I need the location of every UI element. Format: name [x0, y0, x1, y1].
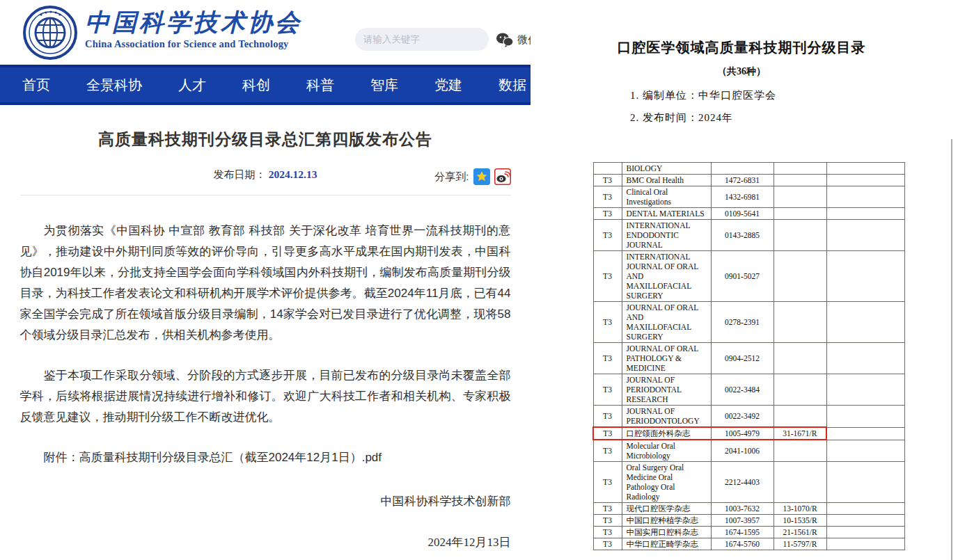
body-paragraph: 为贯彻落实《中国科协 中宣部 教育部 科技部 关于深化改革 培育世界一流科技期刊…: [20, 221, 511, 346]
search-input[interactable]: [363, 34, 487, 45]
journal-name-cell: JOURNAL OF PERIODONTOLOGY: [622, 406, 711, 428]
journal-catalog-document: 口腔医学领域高质量科技期刊分级目录 （共36种） 1. 编制单位：中华口腔医学会…: [571, 38, 912, 134]
nav-item-3[interactable]: 人才: [178, 76, 206, 95]
cn-number-cell: 21-1561/R: [774, 527, 826, 538]
grade-cell: T3: [593, 374, 622, 406]
grade-cell: T3: [593, 251, 622, 302]
extra-cell: [826, 374, 904, 406]
issn-cell: 1674-5760: [711, 538, 774, 550]
brand-title-cn: 中国科学技术协会: [85, 8, 302, 36]
article-body: 为贯彻落实《中国科协 中宣部 教育部 科技部 关于深化改革 培育世界一流科技期刊…: [20, 221, 511, 428]
table-row: T3INTERNATIONAL JOURNAL OF ORAL AND MAXI…: [593, 251, 904, 302]
table-row: T3中国实用口腔科杂志1674-159521-1561/R: [593, 527, 904, 538]
issn-cell: 0278-2391: [711, 302, 774, 343]
extra-cell: [826, 440, 904, 462]
grade-cell: T3: [593, 186, 622, 208]
issn-cell: 0022-3492: [711, 406, 774, 428]
table-row: T3现代口腔医学杂志1003-763213-1070/R: [593, 503, 904, 515]
extra-cell: [826, 515, 904, 527]
extra-cell: [826, 343, 904, 374]
nav-item-2[interactable]: 全景科协: [86, 76, 142, 95]
doc-meta-item: 2. 发布时间：2024年: [630, 111, 912, 125]
journal-name-cell: BIOLOGY: [622, 163, 711, 175]
cn-number-cell: [774, 462, 826, 503]
grade-cell: T3: [593, 220, 622, 251]
journal-grade-table: BIOLOGYT3BMC Oral Health1472-6831T3Clini…: [592, 162, 905, 550]
nav-item-5[interactable]: 科普: [306, 76, 334, 95]
table-row: BIOLOGY: [593, 163, 904, 175]
nav-item-1[interactable]: 首页: [22, 76, 50, 95]
brand-subtitle-en: China Association for Science and Techno…: [85, 38, 302, 50]
issn-cell: 1003-7632: [711, 503, 774, 515]
article-meta-row: 发布日期： 2024.12.13 分享到:: [20, 168, 511, 188]
table-row: T3JOURNAL OF ORAL AND MAXILLOFACIAL SURG…: [593, 302, 904, 343]
journal-name-cell: JOURNAL OF ORAL AND MAXILLOFACIAL SURGER…: [622, 302, 711, 343]
search-box[interactable]: [355, 28, 489, 51]
table-row: T3INTERNATIONAL ENDODONTIC JOURNAL0143-2…: [593, 220, 904, 251]
journal-name-cell: Molecular Oral Microbiology: [622, 440, 711, 462]
brand-block: 中国科学技术协会 China Association for Science a…: [85, 8, 302, 50]
article-title: 高质量科技期刊分级目录总汇第四版发布公告: [20, 129, 511, 150]
main-navbar: 首页全景科协人才科创科普智库党建数据: [0, 65, 531, 105]
issn-cell: 1432-6981: [711, 186, 774, 208]
cn-number-cell: [774, 175, 826, 186]
cn-number-cell: [774, 220, 826, 251]
issn-cell: 0904-2512: [711, 343, 774, 374]
wechat-label: 微信: [517, 33, 531, 47]
table-row: T3BMC Oral Health1472-6831: [593, 175, 904, 186]
issn-cell: 1005-4979: [711, 427, 774, 440]
cast-emblem-logo: [23, 6, 77, 60]
grade-cell: T3: [593, 406, 622, 428]
extra-cell: [826, 186, 904, 208]
journal-name-cell: 中华口腔正畸学杂志: [622, 538, 711, 550]
journal-name-cell: INTERNATIONAL JOURNAL OF ORAL AND MAXILL…: [622, 251, 711, 302]
extra-cell: [826, 251, 904, 302]
grade-cell: T3: [593, 343, 622, 374]
grade-cell: T3: [593, 527, 622, 538]
cn-number-cell: [774, 186, 826, 208]
grade-cell: T3: [593, 515, 622, 527]
issn-cell: 2041-1006: [711, 440, 774, 462]
cn-number-cell: 10-1535/R: [774, 515, 826, 527]
publish-date-label: 发布日期：: [214, 168, 266, 180]
issue-date: 2024年12月13日: [20, 534, 511, 550]
journal-name-cell: 中国口腔种植学杂志: [622, 515, 711, 527]
viewer-scrollbar[interactable]: [951, 139, 952, 560]
cn-number-cell: [774, 374, 826, 406]
extra-cell: [826, 527, 904, 538]
qzone-share-icon[interactable]: [473, 168, 490, 185]
extra-cell: [826, 163, 904, 175]
issn-cell: [711, 163, 774, 175]
extra-cell: [826, 208, 904, 220]
doc-meta-item: 1. 编制单位：中华口腔医学会: [630, 89, 912, 102]
table-row: T3JOURNAL OF PERIODONTAL RESEARCH0022-34…: [593, 374, 904, 406]
wechat-entry[interactable]: 微信: [496, 32, 531, 47]
grade-cell: T3: [593, 302, 622, 343]
cn-number-cell: 31-1671/R: [774, 427, 826, 440]
issn-cell: 0143-2885: [711, 220, 774, 251]
extra-cell: [826, 503, 904, 515]
grade-cell: [593, 163, 622, 175]
wechat-icon[interactable]: [496, 32, 514, 47]
journal-name-cell: Oral Surgery Oral Medicine Oral Patholog…: [622, 462, 711, 503]
extra-cell: [826, 406, 904, 428]
body-paragraph: 鉴于本项工作采取分领域、分阶段的方式逐步开展，目前已发布的分级目录尚未覆盖全部学…: [20, 365, 511, 428]
nav-item-7[interactable]: 党建: [434, 76, 462, 95]
weibo-share-icon[interactable]: [494, 168, 511, 185]
grade-cell: T3: [593, 208, 622, 220]
extra-cell: [826, 175, 904, 186]
nav-item-8[interactable]: 数据: [498, 76, 526, 95]
grade-cell: T3: [593, 175, 622, 186]
cn-number-cell: [774, 343, 826, 374]
nav-item-6[interactable]: 智库: [370, 76, 398, 95]
journal-name-cell: 口腔颌面外科杂志: [622, 427, 711, 440]
attachment-link[interactable]: 附件：高质量科技期刊分级目录总汇（截至2024年12月1日）.pdf: [20, 447, 511, 468]
cn-number-cell: [774, 302, 826, 343]
extra-cell: [826, 427, 904, 440]
grade-cell: T3: [593, 503, 622, 515]
doc-subtitle: （共36种）: [571, 65, 912, 78]
extra-cell: [826, 462, 904, 503]
issn-cell: 0109-5641: [711, 208, 774, 220]
nav-item-4[interactable]: 科创: [242, 76, 270, 95]
table-row-highlighted: T3口腔颌面外科杂志1005-497931-1671/R: [593, 427, 904, 440]
